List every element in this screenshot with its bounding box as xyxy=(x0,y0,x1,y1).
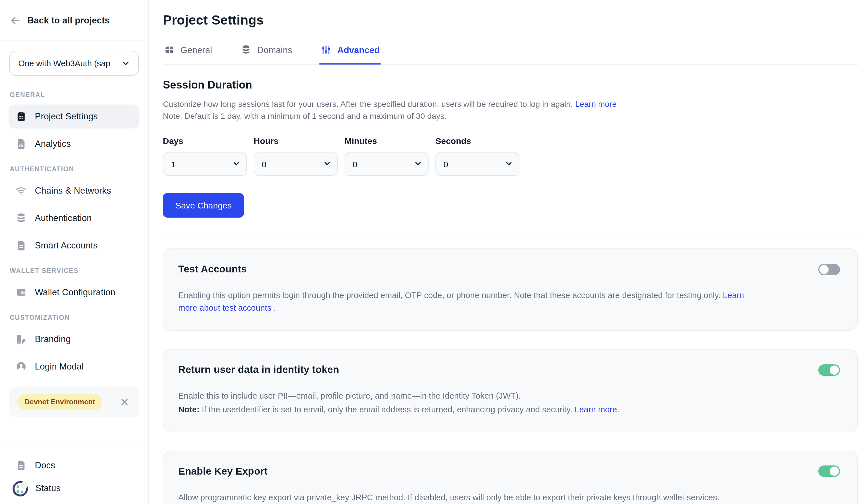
section-label-authentication: AUTHENTICATION xyxy=(10,165,138,172)
card-title: Enable Key Export xyxy=(178,465,268,477)
sidebar-item-label: Chains & Networks xyxy=(35,186,111,196)
close-environment-button[interactable] xyxy=(118,396,131,408)
database-icon xyxy=(241,45,251,56)
card-description: Enable this to include user PII—email, p… xyxy=(178,391,521,400)
clipboard-icon xyxy=(15,111,27,122)
paint-swatch-icon xyxy=(15,333,27,345)
toggle-knob xyxy=(819,265,829,274)
test-accounts-card: Test Accounts Enabling this option permi… xyxy=(163,248,858,331)
learn-more-identity-link[interactable]: Learn more. xyxy=(575,405,619,414)
sidebar-item-chains-networks[interactable]: Chains & Networks xyxy=(9,179,140,203)
page-title: Project Settings xyxy=(163,13,858,28)
section-divider xyxy=(163,234,858,234)
identity-token-toggle[interactable] xyxy=(818,364,840,376)
note-text: If the userIdentifier is set to email, o… xyxy=(200,405,575,414)
app-window: Back to all projects One with Web3Auth (… xyxy=(0,0,864,504)
sidebar-item-analytics[interactable]: Analytics xyxy=(9,132,140,156)
test-accounts-toggle[interactable] xyxy=(818,263,840,275)
sidebar-item-status[interactable]: Status xyxy=(9,477,140,500)
sidebar-item-label: Docs xyxy=(35,460,55,470)
tab-label: Advanced xyxy=(337,45,380,55)
environment-badge: Devnet Environment xyxy=(17,394,103,410)
main-content: Project Settings General Domains xyxy=(148,0,864,504)
minutes-label: Minutes xyxy=(345,136,429,146)
card-title: Return user data in identity token xyxy=(178,364,339,376)
user-circle-icon xyxy=(15,361,27,372)
save-changes-button[interactable]: Save Changes xyxy=(163,193,244,218)
project-selector[interactable]: One with Web3Auth (sap xyxy=(9,51,139,76)
project-selector-value: One with Web3Auth (sap xyxy=(18,59,110,68)
key-export-toggle[interactable] xyxy=(818,466,840,477)
document-icon xyxy=(15,240,27,251)
toggle-knob xyxy=(830,365,839,374)
section-title: Session Duration xyxy=(163,79,858,91)
session-duration-section: Session Duration Customize how long sess… xyxy=(163,64,858,218)
learn-more-link[interactable]: Learn more xyxy=(575,99,616,109)
tab-general[interactable]: General xyxy=(163,44,213,64)
wifi-icon xyxy=(15,185,27,196)
link-suffix: . xyxy=(272,303,276,312)
environment-card: Devnet Environment xyxy=(9,386,139,417)
sidebar-item-authentication[interactable]: Authentication xyxy=(9,206,140,230)
note-label: Note: xyxy=(163,111,182,121)
document-icon xyxy=(15,459,27,471)
sidebar-item-label: Wallet Configuration xyxy=(35,287,116,297)
sidebar-item-wallet-configuration[interactable]: Wallet Configuration xyxy=(9,280,140,304)
section-label-customization: CUSTOMIZATION xyxy=(10,314,138,321)
duration-fields: Days 1 Hours 0 Minutes 0 xyxy=(163,136,858,176)
database-icon xyxy=(15,212,27,224)
sidebar-item-label: Login Modal xyxy=(35,361,84,372)
sidebar-item-label: Analytics xyxy=(35,139,71,149)
card-title: Test Accounts xyxy=(178,263,247,275)
analytics-icon xyxy=(15,138,27,150)
back-label: Back to all projects xyxy=(27,15,110,25)
sidebar-item-branding[interactable]: Branding xyxy=(9,327,140,351)
wallet-icon xyxy=(15,287,27,298)
sidebar-item-docs[interactable]: Docs xyxy=(9,454,140,477)
seconds-label: Seconds xyxy=(435,136,519,146)
tab-label: General xyxy=(181,45,212,55)
cookie-status-icon xyxy=(11,478,30,498)
seconds-select[interactable]: 0 xyxy=(435,152,519,176)
card-description: Allow programmatic key export via privat… xyxy=(178,493,719,502)
card-description: Enabling this option permits login throu… xyxy=(178,291,721,300)
sliders-icon xyxy=(321,45,332,56)
note-text: Default is 1 day, with a minimum of 1 se… xyxy=(182,111,446,121)
tab-label: Domains xyxy=(257,45,292,55)
tab-advanced[interactable]: Advanced xyxy=(320,44,381,64)
sidebar-item-label: Project Settings xyxy=(35,111,98,122)
sidebar-nav: GENERAL Project Settings xyxy=(0,79,148,417)
sidebar-item-login-modal[interactable]: Login Modal xyxy=(9,355,140,379)
arrow-left-icon xyxy=(10,15,21,26)
days-label: Days xyxy=(163,136,247,146)
hours-label: Hours xyxy=(254,136,338,146)
section-label-wallet-services: WALLET SERVICES xyxy=(10,267,138,274)
sidebar-footer: Docs Status xyxy=(0,446,148,504)
sidebar-item-label: Status xyxy=(35,483,61,493)
minutes-select[interactable]: 0 xyxy=(345,152,429,176)
close-icon xyxy=(119,397,130,407)
hours-select[interactable]: 0 xyxy=(254,152,338,176)
back-to-projects[interactable]: Back to all projects xyxy=(0,0,148,41)
tab-bar: General Domains Advanced xyxy=(163,44,858,64)
sidebar-item-label: Smart Accounts xyxy=(35,241,98,251)
identity-token-card: Return user data in identity token Enabl… xyxy=(163,349,858,432)
sidebar-item-smart-accounts[interactable]: Smart Accounts xyxy=(9,234,140,258)
note-label: Note: xyxy=(178,405,200,414)
chevron-down-icon xyxy=(121,59,130,68)
tab-domains[interactable]: Domains xyxy=(239,44,293,64)
section-label-general: GENERAL xyxy=(10,91,138,98)
toggle-knob xyxy=(830,467,839,476)
table-grid-icon xyxy=(164,45,175,56)
session-description: Customize how long sessions last for you… xyxy=(163,99,573,109)
sidebar: Back to all projects One with Web3Auth (… xyxy=(0,0,148,504)
sidebar-item-label: Authentication xyxy=(35,213,92,223)
key-export-card: Enable Key Export Allow programmatic key… xyxy=(163,451,858,504)
days-select[interactable]: 1 xyxy=(163,152,247,176)
sidebar-item-label: Branding xyxy=(35,334,71,344)
sidebar-item-project-settings[interactable]: Project Settings xyxy=(9,105,140,128)
